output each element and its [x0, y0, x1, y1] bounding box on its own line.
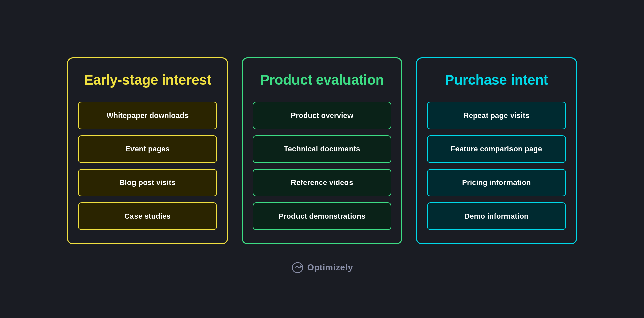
item-product-eval-2: Reference videos — [253, 169, 391, 196]
svg-point-1 — [300, 265, 302, 267]
item-purchase-intent-2: Pricing information — [427, 169, 566, 196]
item-label-early-stage-1: Event pages — [125, 145, 170, 153]
item-label-purchase-intent-1: Feature comparison page — [451, 145, 542, 153]
footer: Optimizely — [291, 261, 353, 274]
item-early-stage-3: Case studies — [78, 202, 217, 230]
brand-logo: Optimizely — [291, 261, 353, 274]
item-label-purchase-intent-3: Demo information — [464, 212, 528, 221]
item-label-early-stage-2: Blog post visits — [120, 178, 176, 187]
item-early-stage-0: Whitepaper downloads — [78, 102, 217, 129]
item-early-stage-2: Blog post visits — [78, 169, 217, 196]
title-early-stage: Early-stage interest — [84, 72, 211, 88]
item-label-purchase-intent-2: Pricing information — [462, 178, 531, 187]
item-purchase-intent-1: Feature comparison page — [427, 135, 566, 163]
item-product-eval-3: Product demonstrations — [253, 202, 391, 230]
optimizely-icon — [291, 261, 304, 274]
item-product-eval-1: Technical documents — [253, 135, 391, 163]
item-label-purchase-intent-0: Repeat page visits — [464, 111, 530, 120]
item-product-eval-0: Product overview — [253, 102, 391, 129]
item-label-early-stage-0: Whitepaper downloads — [107, 111, 189, 120]
item-purchase-intent-0: Repeat page visits — [427, 102, 566, 129]
item-label-product-eval-1: Technical documents — [284, 145, 360, 153]
column-product-eval: Product evaluationProduct overviewTechni… — [241, 57, 402, 244]
svg-point-0 — [292, 262, 303, 272]
item-label-early-stage-3: Case studies — [124, 212, 171, 221]
title-purchase-intent: Purchase intent — [445, 72, 548, 88]
item-label-product-eval-3: Product demonstrations — [279, 212, 366, 221]
title-product-eval: Product evaluation — [260, 72, 384, 88]
item-purchase-intent-3: Demo information — [427, 202, 566, 230]
item-label-product-eval-0: Product overview — [291, 111, 354, 120]
item-label-product-eval-2: Reference videos — [291, 178, 353, 187]
main-container: Early-stage interestWhitepaper downloads… — [0, 44, 644, 258]
item-early-stage-1: Event pages — [78, 135, 217, 163]
brand-name: Optimizely — [307, 262, 353, 273]
column-early-stage: Early-stage interestWhitepaper downloads… — [67, 57, 228, 244]
column-purchase-intent: Purchase intentRepeat page visitsFeature… — [416, 57, 577, 244]
